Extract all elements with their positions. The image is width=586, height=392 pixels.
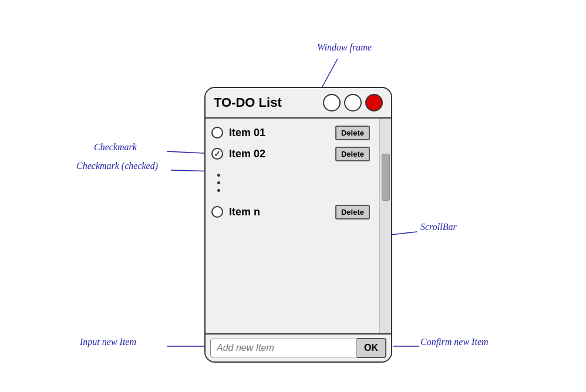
list-area: Item 01 Delete Item 02 Delete Item n Del… xyxy=(206,119,391,333)
svg-line-3 xyxy=(391,232,417,235)
window-button-1[interactable] xyxy=(323,94,341,111)
input-area: OK xyxy=(206,333,391,361)
title-bar: TO-DO List xyxy=(206,88,391,119)
delete-button-item-02[interactable]: Delete xyxy=(335,147,370,161)
annotation-checkmark-checked: Checkmark (checked) xyxy=(76,161,158,171)
annotation-scrollbar: ScrollBar xyxy=(420,222,457,232)
item-label-n: Item n xyxy=(229,206,335,218)
dot-1 xyxy=(217,174,220,177)
scrollbar-thumb[interactable] xyxy=(382,154,390,201)
delete-button-item-n[interactable]: Delete xyxy=(335,205,370,219)
checkbox-item-02[interactable] xyxy=(211,148,223,160)
window-button-2[interactable] xyxy=(344,94,362,111)
annotation-input-new-item: Input new Item xyxy=(80,337,136,347)
item-label-02: Item 02 xyxy=(229,148,335,160)
svg-line-0 xyxy=(320,59,338,91)
annotation-window-frame: Window frame xyxy=(317,42,372,53)
window-title: TO-DO List xyxy=(214,95,319,110)
dots-separator xyxy=(206,164,379,201)
ok-button[interactable]: OK xyxy=(357,338,386,358)
checkbox-item-01[interactable] xyxy=(211,127,223,138)
dot-3 xyxy=(217,189,220,192)
todo-window: TO-DO List Item 01 Delete Item 02 Delete xyxy=(204,87,392,363)
annotation-checkmark: Checkmark xyxy=(94,142,137,153)
checkbox-item-n[interactable] xyxy=(211,206,223,218)
list-item: Item n Delete xyxy=(206,201,379,222)
annotation-confirm-new-item: Confirm new Item xyxy=(420,337,489,347)
list-item: Item 02 Delete xyxy=(206,143,379,164)
list-content: Item 01 Delete Item 02 Delete Item n Del… xyxy=(206,119,379,333)
dot-2 xyxy=(217,181,220,184)
scrollbar-track xyxy=(379,119,391,333)
delete-button-item-01[interactable]: Delete xyxy=(335,126,370,140)
window-close-button[interactable] xyxy=(365,94,383,111)
item-label-01: Item 01 xyxy=(229,127,335,139)
list-item: Item 01 Delete xyxy=(206,122,379,143)
new-item-input[interactable] xyxy=(210,339,357,357)
